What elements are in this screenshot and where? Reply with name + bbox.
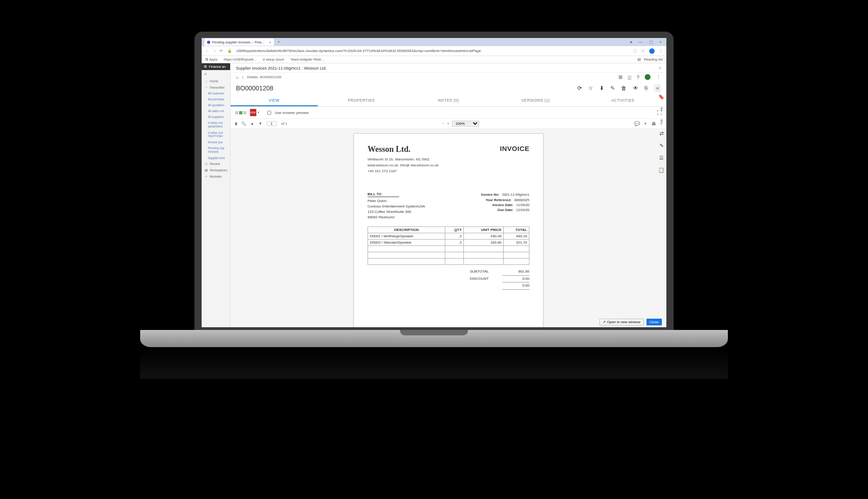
sidebar-sub-item[interactable]: All sales ord — [202, 108, 230, 114]
reading-list-button[interactable]: ▤ Reading list — [637, 57, 663, 61]
zoom-select[interactable]: 100% — [452, 121, 479, 127]
use-browser-preview-checkbox[interactable] — [267, 111, 271, 115]
page-number-input[interactable] — [267, 121, 277, 126]
app-switcher[interactable]: ⊞ Finance an — [202, 63, 230, 70]
checklist-icon[interactable]: ☰ — [659, 155, 664, 161]
refresh-icon[interactable]: ⟳ — [577, 85, 582, 91]
tab-overflow-icon[interactable]: ● — [630, 40, 632, 44]
document-id: BO00001208 — [236, 85, 274, 92]
subtotal-value: 801.86 — [502, 268, 529, 275]
sidebar-item-modules[interactable]: ≡Modules — [202, 174, 230, 179]
window-close-icon[interactable]: × — [660, 40, 662, 44]
sidebar-sub-item[interactable]: Pending sup invoices — [202, 145, 230, 155]
sidebar-sub-item[interactable]: All customer — [202, 90, 230, 96]
window-maximize-icon[interactable]: ▢ — [649, 40, 653, 44]
upload-icon[interactable]: ⇧ — [660, 106, 664, 112]
breadcrumb-detail: Details: BO00001208 — [247, 75, 281, 79]
collapse-panel-icon[interactable]: « — [654, 84, 661, 92]
tab-notes[interactable]: NOTES (0) — [405, 95, 492, 106]
document-tabs: VIEW PROPERTIES NOTES (0) VERSIONS (1) A… — [231, 95, 666, 107]
breadcrumb-home-icon[interactable]: ⌂ — [236, 75, 239, 80]
bookmark-link[interactable]: Team Adapter Rele... — [290, 57, 324, 61]
sidebar-toggle-icon[interactable]: ▮ — [235, 122, 237, 126]
company-web: www.wesson.co.uk, info@ ww.wesson.co.uk — [368, 163, 439, 169]
zoom-out-icon[interactable]: − — [442, 122, 444, 126]
sidebar-sub-item[interactable]: All purchase — [202, 96, 230, 102]
share-icon[interactable]: ⇪ — [660, 118, 664, 124]
favorite-icon[interactable]: ☆ — [588, 85, 593, 91]
up-icon[interactable]: ▲ — [250, 122, 254, 126]
new-tab-button[interactable]: + — [278, 40, 280, 44]
delete-icon[interactable]: 🗑 — [621, 85, 627, 91]
brush-icon[interactable]: ✎ — [660, 143, 664, 149]
sidebar-item-recent[interactable]: ◷Recent — [202, 161, 230, 167]
bookmark-link[interactable]: https://d365fopubli... — [224, 57, 256, 61]
sidebar-sub-item[interactable]: Supplier invo — [202, 155, 230, 161]
user-avatar-icon[interactable] — [645, 74, 651, 80]
apps-shortcut[interactable]: ⊞ Apps — [205, 57, 217, 61]
bill-to-label: BILL TO — [368, 192, 399, 197]
window-minimize-icon[interactable]: — — [639, 40, 643, 44]
company-name: Wesson Ltd. — [368, 145, 439, 154]
sidebar-sub-item[interactable]: All suppliers — [202, 114, 230, 120]
color-dots — [235, 111, 246, 114]
attach-icon[interactable]: 🔖 — [658, 94, 665, 100]
copy-icon[interactable]: ⎘ — [645, 85, 648, 91]
sidebar-item-workspaces[interactable]: ▦Workspaces — [202, 167, 230, 174]
transfer-icon[interactable]: ⇄ — [660, 131, 664, 137]
clipboard-icon[interactable]: 📋 — [658, 167, 665, 173]
star-icon: ☆ — [204, 85, 208, 89]
bill-to-street: 123 Coffee StreetSuite 300 — [368, 209, 425, 215]
document-header: BO00001208 ⟳ ☆ ⬇ ✎ 🗑 👁 ⎘ « — [231, 81, 666, 95]
bookmark-star-icon[interactable]: ☆ — [642, 49, 645, 53]
close-tab-icon[interactable]: × — [269, 40, 271, 44]
col-total: TOTAL — [504, 227, 529, 233]
extension-icon[interactable]: ⬚ — [633, 49, 637, 53]
sidebar-item-home[interactable]: ⌂Home — [202, 78, 230, 84]
download-icon[interactable]: ⬇ — [599, 85, 604, 91]
kebab-icon[interactable]: ⋮ — [656, 74, 661, 80]
sidebar-sub-item[interactable]: Invoice jour — [202, 139, 230, 145]
sidebar-sub-item[interactable]: d.velop con parameters — [202, 120, 230, 130]
tab-activities[interactable]: ACTIVITIES — [579, 95, 666, 106]
gift-icon[interactable]: ⍰ — [628, 75, 631, 80]
breadcrumb: ⌂ | Details: BO00001208 ⊞ ⍰ ? ⋮ — [231, 73, 666, 81]
open-new-window-button[interactable]: ↗ Open in new window — [599, 319, 644, 325]
down-icon[interactable]: ▼ — [259, 122, 262, 126]
reference-value: 00000325 — [514, 198, 529, 202]
hamburger-icon[interactable]: ≡ — [202, 70, 230, 78]
sidebar-sub-item[interactable]: All quotation — [202, 102, 230, 108]
tab-view[interactable]: VIEW — [231, 95, 318, 106]
search-icon[interactable]: 🔍 — [241, 122, 246, 126]
profile-avatar-icon[interactable] — [649, 48, 655, 54]
reload-icon[interactable]: ⟳ — [220, 49, 223, 53]
tab-versions[interactable]: VERSIONS (1) — [492, 95, 579, 106]
add-icon[interactable]: + — [644, 121, 647, 126]
url-text[interactable]: d365fopublicdemo2a4e6cf4c98792dc2aos.clo… — [236, 49, 629, 53]
forward-icon[interactable]: → — [212, 49, 216, 53]
invoice-no-label: Invoice No: — [481, 192, 499, 197]
kebab-menu-icon[interactable]: ⋮ — [659, 49, 663, 53]
bookmark-link[interactable]: d.velop cloud — [263, 57, 284, 61]
back-icon[interactable]: ← — [205, 49, 209, 53]
apps-grid-icon[interactable]: ⊞ — [618, 74, 623, 80]
table-row: D0003 / StandardSpeaker2160.86321.70 — [368, 240, 529, 246]
zoom-in-icon[interactable]: + — [447, 122, 449, 126]
help2-icon[interactable]: ? — [637, 75, 639, 80]
edit-icon[interactable]: ✎ — [610, 85, 615, 91]
due-date-label: Due Date: — [498, 207, 514, 212]
sidebar-sub-item[interactable]: d.velop con report expo — [202, 130, 230, 140]
comment-icon[interactable]: 💬 — [634, 121, 640, 126]
close-button[interactable]: Close — [646, 319, 662, 325]
print-icon[interactable]: 🖶 — [651, 121, 656, 126]
browser-tab[interactable]: Pending supplier invoices -- Fina… × — [204, 38, 274, 46]
sidebar-item-favourites[interactable]: ☆Favourites — [202, 84, 230, 90]
invoice-date-label: Invoice Date: — [492, 202, 514, 207]
tab-properties[interactable]: PROPERTIES — [318, 95, 405, 106]
grid-icon: ▦ — [204, 169, 208, 172]
lock-icon: 🔒 — [227, 49, 232, 53]
invoice-date-value: 11/26/20 — [516, 202, 529, 207]
view-icon[interactable]: 👁 — [633, 85, 638, 91]
pdf-icon[interactable]: PDF — [250, 109, 256, 116]
help-icon[interactable]: ? — [659, 66, 661, 71]
